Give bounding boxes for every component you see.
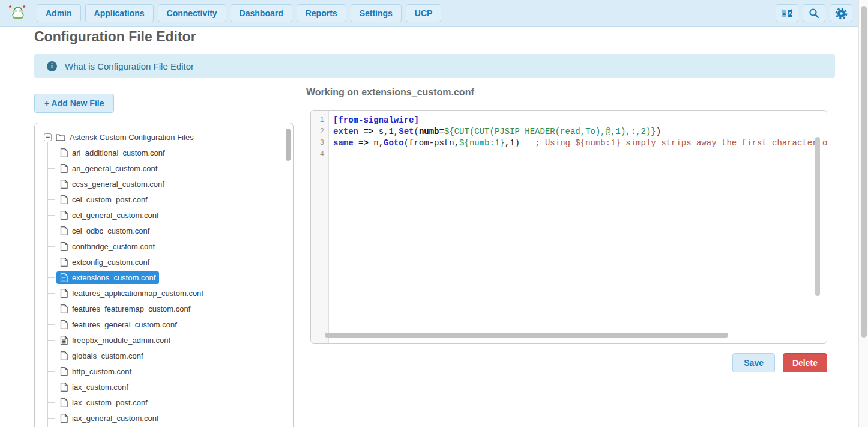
- tree-item-file[interactable]: freepbx_module_admin.conf: [47, 332, 293, 348]
- nav-items: AdminApplicationsConnectivityDashboardRe…: [37, 4, 441, 22]
- nav-item-admin[interactable]: Admin: [37, 4, 81, 22]
- tree-item-file[interactable]: confbridge_custom.conf: [47, 238, 293, 254]
- file-name: freepbx_module_admin.conf: [72, 336, 170, 345]
- info-banner[interactable]: i What is Configuration File Editor: [34, 54, 835, 78]
- file-name: cel_general_custom.conf: [72, 211, 159, 220]
- info-banner-text: What is Configuration File Editor: [65, 61, 194, 71]
- tree-item-file[interactable]: cel_custom_post.conf: [47, 192, 293, 207]
- nav-item-settings[interactable]: Settings: [351, 4, 402, 22]
- file-blank-icon: [60, 258, 68, 267]
- nav-item-dashboard[interactable]: Dashboard: [231, 4, 292, 22]
- svg-text:*: *: [23, 4, 26, 11]
- page-title: Configuration File Editor: [34, 29, 196, 45]
- tree-scrollbar-thumb[interactable]: [286, 129, 291, 161]
- file-blank-icon: [60, 195, 68, 204]
- file-name: globals_custom.conf: [72, 351, 143, 360]
- code-line[interactable]: [333, 149, 827, 160]
- tree-item-file[interactable]: globals_custom.conf: [47, 348, 293, 363]
- tree-item-file[interactable]: ari_additional_custom.conf: [47, 145, 293, 160]
- settings-gear-button[interactable]: [830, 4, 852, 22]
- file-name: http_custom.conf: [72, 367, 131, 376]
- file-blank-icon: [60, 211, 68, 220]
- file-blank-icon: [60, 148, 68, 157]
- tree-item-file[interactable]: ccss_general_custom.conf: [47, 176, 293, 192]
- add-new-file-button[interactable]: + Add New File: [34, 94, 114, 113]
- gear-icon: [835, 7, 848, 20]
- file-blank-icon: [60, 180, 68, 189]
- code-line[interactable]: exten => s,1,Set(numb=${CUT(CUT(PJSIP_HE…: [333, 126, 827, 138]
- line-number: 3: [311, 138, 328, 149]
- config-code-editor: 1234 [from-signalwire]exten => s,1,Set(n…: [310, 110, 827, 344]
- file-tree-panel: Asterisk Custom Configuration Files ari_…: [34, 123, 294, 427]
- search-icon: [809, 8, 819, 19]
- file-blank-icon: [60, 414, 68, 423]
- tree-item-file[interactable]: features_general_custom.conf: [47, 316, 293, 332]
- delete-button[interactable]: Delete: [783, 353, 827, 372]
- configuration-file-editor-page: * * AdminApplicationsConnectivityDashboa…: [0, 0, 868, 427]
- info-circle-icon: i: [47, 61, 57, 71]
- line-number: 2: [311, 126, 328, 138]
- file-name: extensions_custom.conf: [72, 273, 155, 282]
- file-name: features_applicationmap_custom.conf: [72, 289, 203, 298]
- code-line[interactable]: same => n,Goto(from-pstn,${numb:1},1) ; …: [333, 138, 827, 149]
- tree-children: ari_additional_custom.confari_general_cu…: [47, 145, 293, 426]
- file-name: ccss_general_custom.conf: [72, 180, 164, 189]
- file-text-icon: [60, 273, 68, 282]
- tree-item-file[interactable]: iax_general_custom.conf: [47, 410, 293, 426]
- editor-vertical-scrollbar-thumb[interactable]: [815, 137, 820, 296]
- language-icon: A a: [781, 8, 793, 19]
- nav-item-connectivity[interactable]: Connectivity: [158, 4, 226, 22]
- file-name: ari_general_custom.conf: [72, 164, 157, 173]
- tree-item-file[interactable]: features_featuremap_custom.conf: [47, 301, 293, 316]
- file-blank-icon: [60, 320, 68, 329]
- file-name: cel_odbc_custom.conf: [72, 226, 149, 235]
- tree-item-file[interactable]: iax_custom.conf: [47, 379, 293, 395]
- folder-icon: [56, 133, 65, 141]
- nav-item-applications[interactable]: Applications: [85, 4, 154, 22]
- nav-item-reports[interactable]: Reports: [297, 4, 346, 22]
- search-button[interactable]: [803, 4, 825, 22]
- tree-item-file[interactable]: extensions_custom.conf: [47, 270, 293, 285]
- file-blank-icon: [60, 398, 68, 407]
- tree-item-file[interactable]: http_custom.conf: [47, 363, 293, 379]
- line-number: 4: [311, 149, 328, 160]
- editor-actions: Save Delete: [310, 353, 827, 372]
- file-blank-icon: [60, 351, 68, 360]
- editor-horizontal-scrollbar-thumb[interactable]: [325, 333, 728, 338]
- file-name: iax_general_custom.conf: [72, 414, 159, 423]
- file-blank-icon: [60, 226, 68, 235]
- file-tree: Asterisk Custom Configuration Files ari_…: [35, 123, 293, 426]
- tree-root-label: Asterisk Custom Configuration Files: [70, 133, 194, 142]
- file-name: cel_custom_post.conf: [72, 195, 148, 204]
- file-blank-icon: [60, 383, 68, 392]
- language-button[interactable]: A a: [776, 4, 798, 22]
- file-blank-icon: [60, 367, 68, 376]
- collapse-toggle-icon[interactable]: [44, 133, 52, 141]
- tree-item-file[interactable]: features_applicationmap_custom.conf: [47, 285, 293, 301]
- file-name: ari_additional_custom.conf: [72, 148, 165, 157]
- file-text-icon: [60, 336, 68, 345]
- tree-item-file[interactable]: cel_odbc_custom.conf: [47, 223, 293, 238]
- page-scrollbar-thumb[interactable]: [861, 6, 867, 338]
- tree-root-node[interactable]: Asterisk Custom Configuration Files: [44, 129, 293, 145]
- nav-item-ucp[interactable]: UCP: [406, 4, 442, 22]
- tree-item-file[interactable]: iax_custom_post.conf: [47, 395, 293, 410]
- tree-item-file[interactable]: ari_general_custom.conf: [47, 160, 293, 176]
- file-blank-icon: [60, 164, 68, 173]
- line-number: 1: [311, 115, 328, 126]
- freepbx-logo[interactable]: * *: [7, 3, 29, 23]
- file-name: features_general_custom.conf: [72, 320, 177, 329]
- editor-code[interactable]: [from-signalwire]exten => s,1,Set(numb=$…: [330, 111, 827, 343]
- top-navbar: * * AdminApplicationsConnectivityDashboa…: [0, 0, 858, 27]
- page-scrollbar[interactable]: [858, 0, 868, 427]
- tree-item-file[interactable]: cel_general_custom.conf: [47, 207, 293, 223]
- tree-item-file[interactable]: extconfig_custom.conf: [47, 254, 293, 270]
- svg-text:A: A: [789, 11, 792, 16]
- save-button[interactable]: Save: [732, 353, 775, 372]
- svg-text:*: *: [9, 4, 12, 11]
- file-blank-icon: [60, 289, 68, 298]
- file-name: features_featuremap_custom.conf: [72, 304, 190, 313]
- file-name: confbridge_custom.conf: [72, 242, 155, 251]
- file-name: extconfig_custom.conf: [72, 258, 149, 267]
- code-line[interactable]: [from-signalwire]: [333, 115, 827, 126]
